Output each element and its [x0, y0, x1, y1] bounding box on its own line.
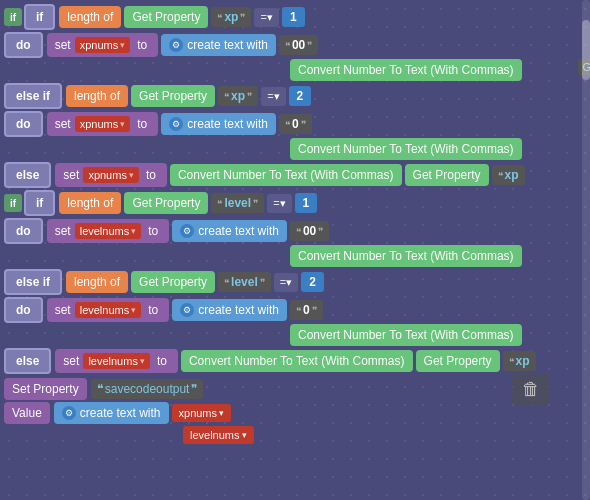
gear-icon-3[interactable]: ⚙ [180, 224, 194, 238]
var-levelnums-pill[interactable]: levelnums ▾ [183, 426, 254, 444]
string-00-2[interactable]: ❝ 00 ❞ [290, 221, 329, 241]
set-block-5[interactable]: set levelnums ▾ to [47, 298, 170, 322]
value-label: Value [4, 402, 50, 424]
do-keyword-2[interactable]: do [4, 111, 43, 137]
row-levelnums: levelnums ▾ [183, 426, 590, 444]
string-0-2[interactable]: ❝ 0 ❞ [290, 300, 323, 320]
elseif-keyword-2[interactable]: else if [4, 269, 62, 295]
var-xpnums-pill[interactable]: xpnums ▾ [172, 404, 232, 422]
row-convert-5: Convert Number To Text (With Commas) [290, 324, 590, 346]
get-property-1[interactable]: Get Property [124, 6, 208, 28]
num-2[interactable]: 2 [289, 86, 312, 106]
trash-icon[interactable]: 🗑 [512, 373, 550, 406]
row-value: Value ⚙ create text with xpnums ▾ [4, 402, 590, 424]
string-xp-1[interactable]: ❝ xp ❞ [211, 7, 251, 27]
row-do-4: do set levelnums ▾ to ⚙ create text with… [4, 297, 590, 323]
get-property-4[interactable]: Get Property [124, 192, 208, 214]
row-if-1: if if length of Get Property ❝ xp ❞ =▾ 1 [4, 4, 590, 30]
if-icon-1: if [4, 8, 22, 26]
do-keyword-1[interactable]: do [4, 32, 43, 58]
do-keyword-4[interactable]: do [4, 297, 43, 323]
length-block-3[interactable]: length of [59, 192, 121, 214]
row-else-1: else set xpnums ▾ to Convert Number To T… [4, 162, 590, 188]
savecode-block[interactable]: ❝ savecodeoutput ❞ [91, 379, 204, 399]
length-block-4[interactable]: length of [66, 271, 128, 293]
set-block-4[interactable]: set levelnums ▾ to [47, 219, 170, 243]
gear-icon-2[interactable]: ⚙ [169, 117, 183, 131]
op-1[interactable]: =▾ [254, 8, 278, 27]
get-property-2[interactable]: Get Property [131, 85, 215, 107]
convert-block-1[interactable]: Convert Number To Text (With Commas) [290, 59, 522, 81]
row-if-2: if if length of Get Property ❝ level ❞ =… [4, 190, 590, 216]
row-elseif-2: else if length of Get Property ❝ level ❞… [4, 269, 590, 295]
op-2[interactable]: =▾ [261, 87, 285, 106]
string-level-2[interactable]: ❝ level ❞ [218, 272, 271, 292]
set-property-label[interactable]: Set Property [4, 378, 87, 400]
create-text-5[interactable]: ⚙ create text with [54, 402, 169, 424]
convert-block-4[interactable]: Convert Number To Text (With Commas) [290, 245, 522, 267]
row-do-1: do set xpnums ▾ to ⚙ create text with ❝ … [4, 32, 590, 58]
gear-icon-5[interactable]: ⚙ [62, 406, 76, 420]
num-1[interactable]: 1 [282, 7, 305, 27]
set-block-3[interactable]: set xpnums ▾ to [55, 163, 167, 187]
op-4[interactable]: =▾ [274, 273, 298, 292]
get-property-3[interactable]: Get Property [405, 164, 489, 186]
op-3[interactable]: =▾ [267, 194, 291, 213]
string-xp-overflow2[interactable]: ❝ xp [503, 351, 536, 371]
savecode-value: savecodeoutput [105, 382, 190, 396]
elseif-keyword-1[interactable]: else if [4, 83, 62, 109]
string-level-1[interactable]: ❝ level ❞ [211, 193, 264, 213]
if-icon-2: if [4, 194, 22, 212]
if-keyword-1[interactable]: if [24, 4, 55, 30]
get-property-6[interactable]: Get Property [416, 350, 500, 372]
var-levelnums-2[interactable]: levelnums ▾ [75, 302, 142, 318]
var-xpnums-1[interactable]: xpnums ▾ [75, 37, 131, 53]
scrollbar[interactable] [582, 0, 590, 500]
row-else-2: else set levelnums ▾ to Convert Number T… [4, 348, 590, 374]
else-keyword-2[interactable]: else [4, 348, 51, 374]
string-00-1[interactable]: ❝ 00 ❞ [279, 35, 318, 55]
gear-icon-1[interactable]: ⚙ [169, 38, 183, 52]
create-text-4[interactable]: ⚙ create text with [172, 299, 287, 321]
row-elseif-1: else if length of Get Property ❝ xp ❞ =▾… [4, 83, 590, 109]
string-xp-overflow[interactable]: ❝ xp [492, 165, 525, 185]
scrollbar-thumb[interactable] [582, 20, 590, 80]
convert-block-2[interactable]: Convert Number To Text (With Commas) [290, 138, 522, 160]
do-keyword-3[interactable]: do [4, 218, 43, 244]
if-keyword-2[interactable]: if [24, 190, 55, 216]
row-convert-4: Convert Number To Text (With Commas) [290, 245, 590, 267]
else-keyword-1[interactable]: else [4, 162, 51, 188]
row-do-2: do set xpnums ▾ to ⚙ create text with ❝ … [4, 111, 590, 137]
create-text-2[interactable]: ⚙ create text with [161, 113, 276, 135]
create-text-3[interactable]: ⚙ create text with [172, 220, 287, 242]
gear-icon-4[interactable]: ⚙ [180, 303, 194, 317]
convert-block-5[interactable]: Convert Number To Text (With Commas) [290, 324, 522, 346]
row-convert-2: Convert Number To Text (With Commas) [290, 138, 590, 160]
var-xpnums-2[interactable]: xpnums ▾ [75, 116, 131, 132]
set-block-1[interactable]: set xpnums ▾ to [47, 33, 159, 57]
num-3[interactable]: 1 [295, 193, 318, 213]
convert-block-3[interactable]: Convert Number To Text (With Commas) [170, 164, 402, 186]
set-block-6[interactable]: set levelnums ▾ to [55, 349, 178, 373]
convert-block-6[interactable]: Convert Number To Text (With Commas) [181, 350, 413, 372]
row-set-property: Set Property ❝ savecodeoutput ❞ 🗑 [4, 378, 590, 400]
length-block-2[interactable]: length of [66, 85, 128, 107]
string-0-1[interactable]: ❝ 0 ❞ [279, 114, 312, 134]
var-levelnums-1[interactable]: levelnums ▾ [75, 223, 142, 239]
var-xpnums-3[interactable]: xpnums ▾ [83, 167, 139, 183]
row-do-3: do set levelnums ▾ to ⚙ create text with… [4, 218, 590, 244]
length-block-1[interactable]: length of [59, 6, 121, 28]
create-text-1[interactable]: ⚙ create text with [161, 34, 276, 56]
get-property-5[interactable]: Get Property [131, 271, 215, 293]
row-convert-1: Convert Number To Text (With Commas) G [290, 59, 590, 81]
var-levelnums-3[interactable]: levelnums ▾ [83, 353, 150, 369]
string-xp-2[interactable]: ❝ xp ❞ [218, 86, 258, 106]
num-4[interactable]: 2 [301, 272, 324, 292]
set-block-2[interactable]: set xpnums ▾ to [47, 112, 159, 136]
